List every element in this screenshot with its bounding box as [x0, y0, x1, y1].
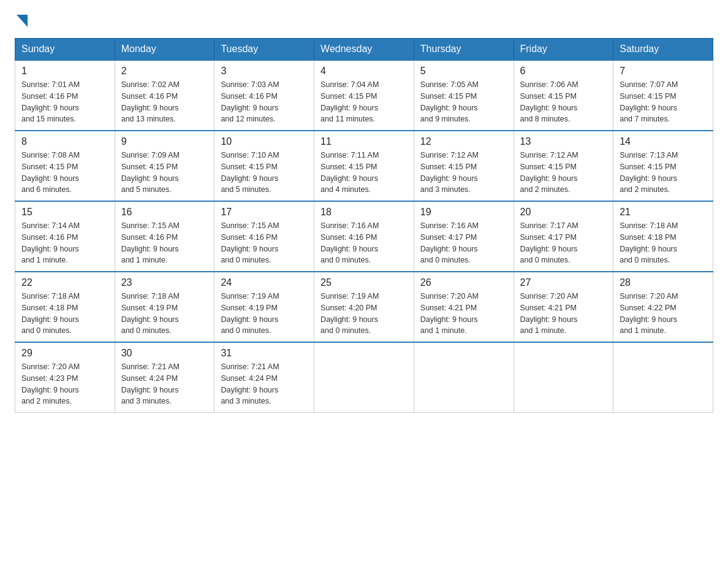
day-number: 9	[121, 136, 208, 147]
day-info: Sunrise: 7:11 AMSunset: 4:15 PMDaylight:…	[320, 150, 408, 196]
day-info: Sunrise: 7:04 AMSunset: 4:15 PMDaylight:…	[320, 79, 408, 125]
calendar-cell: 22 Sunrise: 7:18 AMSunset: 4:18 PMDaylig…	[15, 272, 115, 342]
calendar-cell: 15 Sunrise: 7:14 AMSunset: 4:16 PMDaylig…	[15, 201, 115, 272]
day-header-wednesday: Wednesday	[314, 39, 414, 61]
day-info: Sunrise: 7:01 AMSunset: 4:16 PMDaylight:…	[21, 79, 108, 125]
day-info: Sunrise: 7:13 AMSunset: 4:15 PMDaylight:…	[620, 150, 707, 196]
day-info: Sunrise: 7:03 AMSunset: 4:16 PMDaylight:…	[221, 79, 308, 125]
day-header-friday: Friday	[514, 39, 613, 61]
day-info: Sunrise: 7:15 AMSunset: 4:16 PMDaylight:…	[221, 220, 308, 266]
calendar-cell: 26 Sunrise: 7:20 AMSunset: 4:21 PMDaylig…	[414, 272, 514, 342]
calendar-cell: 16 Sunrise: 7:15 AMSunset: 4:16 PMDaylig…	[115, 201, 214, 272]
calendar-cell: 7 Sunrise: 7:07 AMSunset: 4:15 PMDayligh…	[613, 60, 713, 131]
day-info: Sunrise: 7:12 AMSunset: 4:15 PMDaylight:…	[420, 150, 507, 196]
calendar-cell: 27 Sunrise: 7:20 AMSunset: 4:21 PMDaylig…	[514, 272, 613, 342]
day-info: Sunrise: 7:17 AMSunset: 4:17 PMDaylight:…	[520, 220, 607, 266]
calendar-cell: 19 Sunrise: 7:16 AMSunset: 4:17 PMDaylig…	[414, 201, 514, 272]
day-info: Sunrise: 7:15 AMSunset: 4:16 PMDaylight:…	[121, 220, 208, 266]
day-info: Sunrise: 7:09 AMSunset: 4:15 PMDaylight:…	[121, 150, 208, 196]
day-number: 22	[21, 277, 108, 288]
calendar-cell: 8 Sunrise: 7:08 AMSunset: 4:15 PMDayligh…	[15, 131, 115, 201]
day-number: 18	[320, 207, 408, 218]
day-number: 28	[620, 277, 707, 288]
page-header	[15, 15, 713, 26]
day-info: Sunrise: 7:08 AMSunset: 4:15 PMDaylight:…	[21, 150, 108, 196]
calendar-cell: 11 Sunrise: 7:11 AMSunset: 4:15 PMDaylig…	[314, 131, 414, 201]
day-number: 5	[420, 66, 507, 77]
calendar-week-row: 1 Sunrise: 7:01 AMSunset: 4:16 PMDayligh…	[15, 60, 713, 131]
calendar-cell: 5 Sunrise: 7:05 AMSunset: 4:15 PMDayligh…	[414, 60, 514, 131]
calendar-cell: 23 Sunrise: 7:18 AMSunset: 4:19 PMDaylig…	[115, 272, 214, 342]
logo-wordmark	[15, 15, 28, 28]
day-info: Sunrise: 7:14 AMSunset: 4:16 PMDaylight:…	[21, 220, 108, 266]
day-number: 13	[520, 136, 607, 147]
calendar-cell	[314, 342, 414, 413]
day-info: Sunrise: 7:16 AMSunset: 4:16 PMDaylight:…	[320, 220, 408, 266]
day-info: Sunrise: 7:10 AMSunset: 4:15 PMDaylight:…	[221, 150, 308, 196]
day-info: Sunrise: 7:18 AMSunset: 4:18 PMDaylight:…	[21, 291, 108, 337]
day-info: Sunrise: 7:07 AMSunset: 4:15 PMDaylight:…	[620, 79, 707, 125]
day-header-monday: Monday	[115, 39, 214, 61]
day-number: 1	[21, 66, 108, 77]
day-info: Sunrise: 7:20 AMSunset: 4:21 PMDaylight:…	[520, 291, 607, 337]
logo	[15, 15, 28, 26]
day-number: 6	[520, 66, 607, 77]
day-info: Sunrise: 7:05 AMSunset: 4:15 PMDaylight:…	[420, 79, 507, 125]
calendar-cell: 9 Sunrise: 7:09 AMSunset: 4:15 PMDayligh…	[115, 131, 214, 201]
svg-marker-0	[17, 15, 28, 27]
day-info: Sunrise: 7:19 AMSunset: 4:19 PMDaylight:…	[221, 291, 308, 337]
day-number: 31	[221, 348, 308, 359]
day-number: 17	[221, 207, 308, 218]
day-info: Sunrise: 7:18 AMSunset: 4:19 PMDaylight:…	[121, 291, 208, 337]
calendar-cell: 29 Sunrise: 7:20 AMSunset: 4:23 PMDaylig…	[15, 342, 115, 413]
calendar-week-row: 15 Sunrise: 7:14 AMSunset: 4:16 PMDaylig…	[15, 201, 713, 272]
calendar-cell: 28 Sunrise: 7:20 AMSunset: 4:22 PMDaylig…	[613, 272, 713, 342]
day-number: 12	[420, 136, 507, 147]
day-number: 7	[620, 66, 707, 77]
day-number: 11	[320, 136, 408, 147]
day-number: 30	[121, 348, 208, 359]
day-info: Sunrise: 7:20 AMSunset: 4:22 PMDaylight:…	[620, 291, 707, 337]
day-info: Sunrise: 7:16 AMSunset: 4:17 PMDaylight:…	[420, 220, 507, 266]
logo-icon	[16, 15, 28, 28]
day-header-tuesday: Tuesday	[214, 39, 314, 61]
calendar-cell: 4 Sunrise: 7:04 AMSunset: 4:15 PMDayligh…	[314, 60, 414, 131]
calendar-cell: 12 Sunrise: 7:12 AMSunset: 4:15 PMDaylig…	[414, 131, 514, 201]
calendar-cell: 1 Sunrise: 7:01 AMSunset: 4:16 PMDayligh…	[15, 60, 115, 131]
calendar-cell: 18 Sunrise: 7:16 AMSunset: 4:16 PMDaylig…	[314, 201, 414, 272]
calendar-cell	[414, 342, 514, 413]
calendar-header-row: SundayMondayTuesdayWednesdayThursdayFrid…	[15, 39, 713, 61]
day-number: 15	[21, 207, 108, 218]
calendar-cell: 2 Sunrise: 7:02 AMSunset: 4:16 PMDayligh…	[115, 60, 214, 131]
calendar-cell: 3 Sunrise: 7:03 AMSunset: 4:16 PMDayligh…	[214, 60, 314, 131]
calendar-cell: 13 Sunrise: 7:12 AMSunset: 4:15 PMDaylig…	[514, 131, 613, 201]
day-number: 23	[121, 277, 208, 288]
day-header-saturday: Saturday	[613, 39, 713, 61]
day-number: 10	[221, 136, 308, 147]
calendar-cell	[613, 342, 713, 413]
day-number: 4	[320, 66, 408, 77]
day-info: Sunrise: 7:06 AMSunset: 4:15 PMDaylight:…	[520, 79, 607, 125]
calendar-week-row: 22 Sunrise: 7:18 AMSunset: 4:18 PMDaylig…	[15, 272, 713, 342]
day-info: Sunrise: 7:21 AMSunset: 4:24 PMDaylight:…	[221, 361, 308, 407]
day-info: Sunrise: 7:20 AMSunset: 4:23 PMDaylight:…	[21, 361, 108, 407]
calendar-cell: 14 Sunrise: 7:13 AMSunset: 4:15 PMDaylig…	[613, 131, 713, 201]
day-number: 26	[420, 277, 507, 288]
calendar-cell: 10 Sunrise: 7:10 AMSunset: 4:15 PMDaylig…	[214, 131, 314, 201]
calendar-week-row: 29 Sunrise: 7:20 AMSunset: 4:23 PMDaylig…	[15, 342, 713, 413]
day-info: Sunrise: 7:02 AMSunset: 4:16 PMDaylight:…	[121, 79, 208, 125]
calendar-cell: 21 Sunrise: 7:18 AMSunset: 4:18 PMDaylig…	[613, 201, 713, 272]
day-number: 21	[620, 207, 707, 218]
calendar-table: SundayMondayTuesdayWednesdayThursdayFrid…	[15, 38, 713, 413]
day-number: 20	[520, 207, 607, 218]
day-info: Sunrise: 7:21 AMSunset: 4:24 PMDaylight:…	[121, 361, 208, 407]
day-number: 25	[320, 277, 408, 288]
day-number: 16	[121, 207, 208, 218]
day-info: Sunrise: 7:19 AMSunset: 4:20 PMDaylight:…	[320, 291, 408, 337]
day-number: 14	[620, 136, 707, 147]
day-number: 27	[520, 277, 607, 288]
day-number: 3	[221, 66, 308, 77]
calendar-cell: 30 Sunrise: 7:21 AMSunset: 4:24 PMDaylig…	[115, 342, 214, 413]
calendar-week-row: 8 Sunrise: 7:08 AMSunset: 4:15 PMDayligh…	[15, 131, 713, 201]
calendar-cell	[514, 342, 613, 413]
